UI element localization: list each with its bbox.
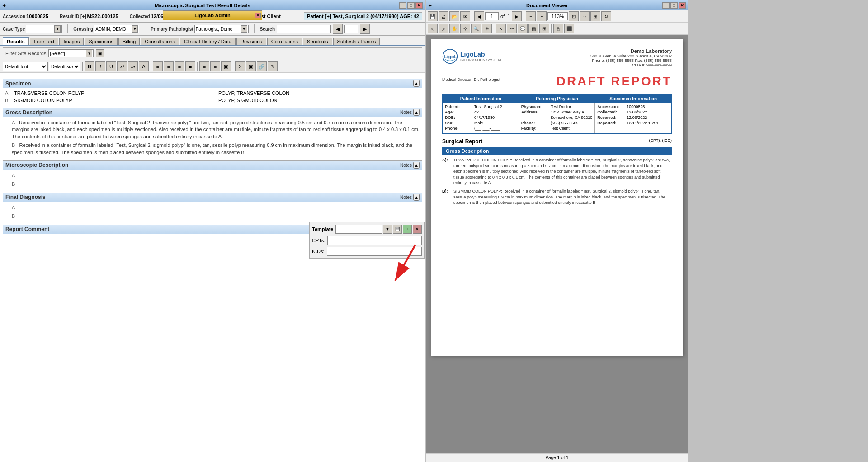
align-justify-button[interactable]: ■ [185,61,195,71]
left-window-title: Microscopic Surgical Test Result Details [6,3,399,8]
font-size-select[interactable]: Default size [49,62,80,71]
final-diag-section-header: Final Diagnosis Notes ▲ [3,193,422,202]
tab-images[interactable]: Images [59,38,84,45]
gross-desc-collapse-button[interactable]: ▲ [413,109,420,116]
cpts-input[interactable] [327,236,422,245]
table-button[interactable]: ▣ [221,61,231,71]
viewer-copy-button[interactable]: ⎘ [553,24,563,33]
viewer-print-button[interactable]: 🖨 [439,11,448,21]
viewer-select-button[interactable]: ⊹ [460,24,470,33]
search-next-button[interactable]: ▶ [360,24,370,34]
template-dropdown-button[interactable]: ▼ [383,225,392,234]
admin-banner-close[interactable]: ✕ [255,13,261,18]
align-center-button[interactable]: ≡ [164,61,174,71]
tab-correlations[interactable]: Correlations [267,38,302,45]
gross-desc-notes-button[interactable]: Notes [400,110,412,115]
viewer-rotate-button[interactable]: ↻ [601,11,611,21]
viewer-export-button[interactable]: ⬛ [564,24,574,33]
viewer-prev-page-button[interactable]: ◀ [474,11,484,21]
doc-gross-desc-header: Gross Description [442,147,672,155]
chart-button[interactable]: ▣ [246,61,256,71]
grossing-arrow[interactable]: ▼ [132,25,138,33]
viewer-fit-page-button[interactable]: ⊡ [569,11,579,21]
tab-results[interactable]: Results [3,37,29,45]
tab-free-text[interactable]: Free Text [30,38,59,45]
tab-specimens[interactable]: Specimens [85,38,117,45]
viewer-annotate-button[interactable]: ✏ [507,24,517,33]
underline-button[interactable]: U [106,61,116,71]
subscript-button[interactable]: x₂ [128,61,138,71]
viewer-minimize-button[interactable]: _ [662,2,670,9]
tab-subtests[interactable]: Subtests / Panels [333,38,380,45]
template-save-button[interactable]: 💾 [393,225,402,234]
link-button[interactable]: 🔗 [257,61,267,71]
search-page-input[interactable] [344,25,358,33]
tab-revisions[interactable]: Revisions [236,38,266,45]
referring-physician-header: Referring Physician [519,95,595,103]
pathologist-combo[interactable]: Pathologist, Demo ▼ [194,25,249,33]
minimize-button[interactable]: _ [399,2,406,9]
viewer-back-button[interactable]: ◁ [428,24,438,33]
grossing-combo[interactable]: ADMIN, DEMO ▼ [94,25,139,33]
search-input[interactable] [277,25,331,33]
tab-consultations[interactable]: Consultations [141,38,179,45]
close-button[interactable]: ✕ [415,2,423,9]
filter-combo-arrow[interactable]: ▼ [86,50,92,57]
final-diag-notes-button[interactable]: Notes [400,195,412,200]
viewer-email-button[interactable]: ✉ [460,11,470,21]
viewer-zoom-area-button[interactable]: ⊕ [482,24,492,33]
align-right-button[interactable]: ≡ [175,61,184,71]
tab-billing[interactable]: Billing [118,38,140,45]
viewer-open-button[interactable]: 📂 [449,11,459,21]
case-type-arrow[interactable]: ▼ [54,25,61,33]
template-input[interactable] [335,225,382,234]
viewer-search-button[interactable]: 🔍 [471,24,481,33]
viewer-forward-button[interactable]: ▷ [439,24,448,33]
superscript-button[interactable]: x² [117,61,127,71]
viewer-zoom-input[interactable] [547,12,568,20]
final-diag-collapse-button[interactable]: ▲ [413,194,420,201]
viewer-stamp-button[interactable]: ⊞ [539,24,549,33]
viewer-page-input[interactable] [485,12,499,20]
ordered-list-button[interactable]: ≡ [199,61,209,71]
case-type-combo[interactable]: ▼ [26,25,62,33]
viewer-zoom-in-button[interactable]: + [537,11,547,21]
font-color-button[interactable]: A [139,61,149,71]
viewer-comment-button[interactable]: 💬 [518,24,528,33]
pathologist-arrow[interactable]: ▼ [241,25,247,33]
filter-action-button[interactable]: ▣ [96,49,104,57]
viewer-close-button[interactable]: ✕ [679,2,686,9]
viewer-maximize-button[interactable]: □ [670,2,678,9]
viewer-highlight-button[interactable]: ▤ [528,24,538,33]
filter-combo[interactable]: [Select] ▼ [48,49,94,57]
viewer-pan-button[interactable]: ✋ [449,24,459,33]
template-add-button[interactable]: + [403,225,412,234]
specimen-row-b: B SIGMOID COLON POLYP POLYP, SIGMOID COL… [3,97,422,104]
tab-sendouts[interactable]: Sendouts [303,38,332,45]
viewer-zoom-out-button[interactable]: − [526,11,536,21]
tab-clinical-history[interactable]: Clinical History / Data [180,38,236,45]
specimen-collapse-button[interactable]: ▲ [413,80,420,87]
search-prev-button[interactable]: ◀ [333,24,343,34]
viewer-next-page-button[interactable]: ▶ [512,11,522,21]
micro-desc-collapse-button[interactable]: ▲ [413,162,420,169]
micro-desc-notes-button[interactable]: Notes [400,163,412,168]
gross-desc-row-a: A Received in a container of formalin la… [3,118,422,141]
italic-button[interactable]: I [95,61,105,71]
font-family-select[interactable]: Default font [3,62,48,71]
edit-button[interactable]: ✎ [268,61,278,71]
maximize-button[interactable]: □ [407,2,415,9]
template-remove-button[interactable]: ✕ [413,225,422,234]
viewer-fit-width-button[interactable]: ↔ [580,11,590,21]
bold-button[interactable]: B [85,61,94,71]
viewer-save-button[interactable]: 💾 [428,11,438,21]
viewer-actual-size-button[interactable]: ⊞ [590,11,600,21]
icds-input[interactable] [327,247,422,256]
viewer-pointer-button[interactable]: ↖ [496,24,506,33]
ligolab-admin-banner: LigoLab Admin ✕ [163,10,262,20]
align-left-button[interactable]: ≡ [153,61,163,71]
unordered-list-button[interactable]: ≡ [210,61,220,71]
sum-button[interactable]: Σ [235,61,245,71]
specimen-title: Specimen [5,80,31,87]
final-diag-title: Final Diagnosis [5,194,46,200]
